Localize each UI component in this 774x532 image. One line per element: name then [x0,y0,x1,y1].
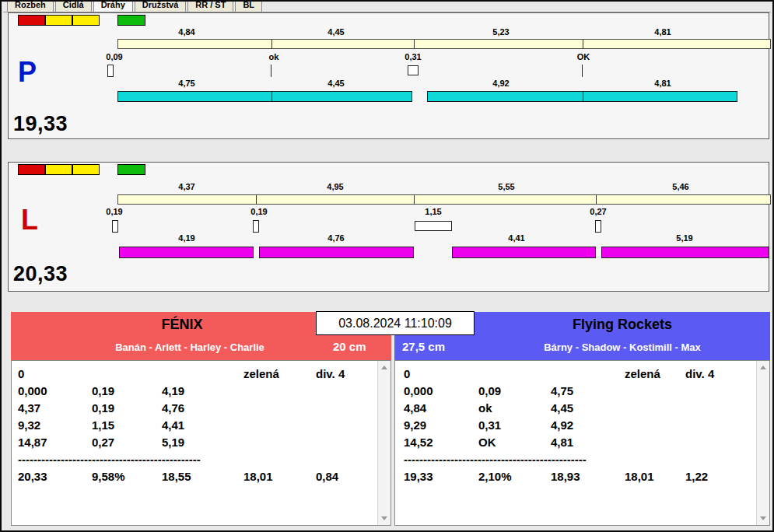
result-cell-empty [685,400,748,417]
result-cell-empty [551,366,625,383]
result-cell-empty [478,366,551,383]
tab-bl[interactable]: BL [235,2,262,12]
result-cell: 5,19 [162,434,243,451]
result-cell: ok [478,400,551,417]
result-cell-empty [685,434,748,451]
result-cell: zelená [625,366,685,383]
result-cell-empty [685,417,748,434]
result-cell: 0 [404,366,478,383]
split-time-label: 4,81 [632,27,694,37]
result-total-cell: 0,84 [316,468,378,485]
result-total-cell: 1,22 [685,468,748,485]
tab-label: RR / ST [195,2,226,9]
scroll-down-button[interactable] [378,512,391,525]
result-cell: 4,76 [162,400,243,417]
tab-label: BL [243,2,254,9]
vertical-scrollbar[interactable] [756,361,769,525]
result-cell-empty [243,383,316,400]
jump-height-right: 27,5 cm [402,340,445,353]
separator-line: ----------------------------------------… [404,451,622,468]
run-bar-segment [601,247,769,258]
leg-time-label: 4,19 [156,233,218,243]
result-cell: 0,31 [478,417,551,434]
crossing-marker [408,65,419,75]
split-time-label: 4,84 [156,27,218,37]
leg-time-label: 4,75 [156,79,218,88]
status-light-red [18,15,45,26]
result-cell: 0,19 [92,400,162,417]
result-cell: 14,87 [18,434,92,451]
scroll-up-button[interactable] [757,361,769,374]
tab-druzstva[interactable]: Družstvá [135,2,186,12]
status-light-yellow [45,15,72,26]
bar-divider [256,195,257,204]
bar-divider [414,40,415,48]
result-total-cell: 19,33 [404,468,478,485]
result-cell-empty [316,383,378,400]
result-cell: div. 4 [685,366,748,383]
result-cell: 4,92 [551,417,625,434]
result-cell: 14,52 [404,434,478,451]
scroll-up-button[interactable] [378,361,391,374]
run-bar-segment [427,91,737,102]
bar-divider [596,195,597,204]
result-cell-empty [316,400,378,417]
lane-letter-p: P [18,58,37,86]
result-cell: 1,15 [92,417,162,434]
split-time-label: 4,37 [156,182,218,191]
results-grid-left: 0 zelená div. 4 0,000 0,19 4,19 4,37 0,1… [12,366,378,485]
tab-drahy[interactable]: Dráhy [93,2,133,12]
tab-rr-st[interactable]: RR / ST [187,2,233,12]
arrow-up-icon [760,366,766,369]
result-cell: 4,84 [404,400,478,417]
results-grid-right: 0 zelená div. 4 0,000 0,09 4,75 4,84 ok … [395,366,748,485]
crossing-time-label: 0,27 [575,207,622,216]
vertical-scrollbar[interactable] [377,361,391,525]
crossing-time-label: ok [250,52,297,61]
result-cell-empty [316,434,378,451]
crossing-time-label: 0,19 [91,207,138,216]
split-time-label: 5,46 [650,182,712,191]
result-total-cell: 2,10% [478,468,551,485]
result-total-cell: 18,93 [551,468,625,485]
status-light-red [18,164,45,175]
status-light-yellow [45,164,72,175]
result-cell: div. 4 [316,366,378,383]
crossing-marker [582,65,583,77]
result-cell: 0 [18,366,92,383]
result-cell: 0,000 [404,383,478,400]
tab-rozbeh[interactable]: Rozbeh [7,2,54,12]
arrow-up-icon [381,366,387,369]
results-panel-right: 0 zelená div. 4 0,000 0,09 4,75 4,84 ok … [394,360,770,526]
bar-divider [583,40,583,48]
crossing-marker-wide [415,221,452,231]
result-cell-empty [92,366,162,383]
scroll-down-button[interactable] [757,512,769,525]
result-total-cell: 18,01 [625,468,685,485]
result-cell-empty [625,417,685,434]
lane-panel-p: 4,84 4,45 5,23 4,81 0,09 ok 0,31 OK 4,75… [8,12,769,139]
leg-time-label: 4,81 [632,79,694,88]
lane-total-p: 19,33 [13,112,68,136]
split-bar [117,194,771,205]
result-cell-empty [243,400,316,417]
result-cell-empty [685,383,748,400]
status-light-yellow2 [72,15,100,26]
split-bar [117,39,771,49]
result-total-cell: 18,01 [243,468,316,485]
result-cell: 0,09 [478,383,551,400]
tab-label: Rozbeh [15,2,46,9]
result-cell: 0,000 [18,383,92,400]
bar-divider [414,195,415,204]
lane-panel-l: 4,37 4,95 5,55 5,46 0,19 0,19 1,15 0,27 … [8,162,769,292]
status-light-yellow2 [72,164,100,175]
bar-divider [271,92,272,101]
tab-cidla[interactable]: Čidlá [55,2,92,12]
leg-time-label: 4,45 [305,79,367,88]
result-cell: 4,19 [162,383,243,400]
bar-divider [271,40,272,48]
split-time-label: 4,45 [305,27,367,37]
result-cell-empty [162,366,243,383]
crossing-marker [112,220,118,233]
crossing-marker [107,65,114,77]
